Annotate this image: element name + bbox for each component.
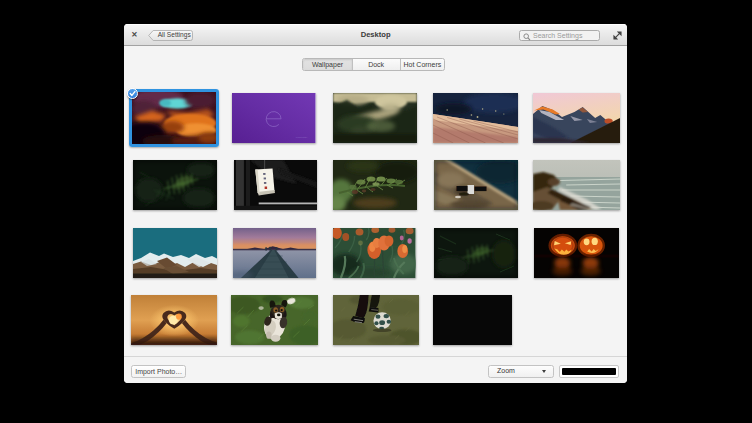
svg-text:elementary: elementary bbox=[296, 136, 309, 139]
